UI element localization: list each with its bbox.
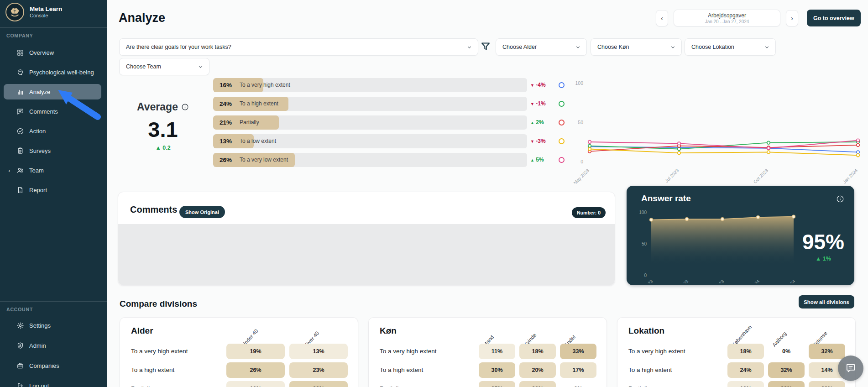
- sidebar-item-label: Team: [29, 167, 44, 174]
- sidebar-item-surveys[interactable]: Surveys: [4, 143, 101, 158]
- compare-card-lokation: LokationKøbenhavnAalborgOdenseTo a very …: [617, 317, 856, 387]
- series-ring-marker: [559, 120, 565, 126]
- brand-name: Meta Learn: [30, 5, 62, 13]
- show-all-divisions-button[interactable]: Show all divisions: [799, 295, 854, 309]
- chevron-down-icon: [198, 64, 204, 70]
- value-chip: 32%: [768, 381, 805, 387]
- answer-rate-value-block: 95% ▲ 1%: [802, 230, 844, 262]
- distribution-bar-track: 13%To a low extent: [213, 134, 527, 148]
- comments-empty-area: [118, 224, 615, 285]
- sidebar-item-action[interactable]: Action: [4, 123, 101, 139]
- answer-rate-delta: ▲ 1%: [802, 256, 844, 262]
- chevron-down-icon: [466, 44, 472, 50]
- people-icon: [16, 167, 24, 174]
- chevron-down-icon: [575, 44, 581, 50]
- svg-text:0: 0: [644, 273, 647, 278]
- info-icon[interactable]: [836, 195, 844, 203]
- sidebar-item-settings[interactable]: Settings: [4, 318, 101, 333]
- sidebar-item-log-out[interactable]: Log out: [4, 378, 101, 387]
- sidebar-item-label: Psychological well-being: [29, 69, 94, 76]
- filter-icon[interactable]: [480, 41, 491, 52]
- sidebar-item-label: Action: [29, 128, 46, 135]
- sidebar-item-report[interactable]: Report: [4, 182, 101, 198]
- row-label: To a very high extent: [628, 344, 685, 359]
- distribution-bar-label: To a high extent: [240, 97, 278, 111]
- row-label: To a high extent: [131, 362, 174, 378]
- alder-select[interactable]: Choose Alder: [496, 38, 587, 56]
- grid-icon: [16, 49, 24, 57]
- period-controls: ‹ Arbejdsopgaver Jan 20 - Jan 27, 2024 ›…: [656, 10, 861, 26]
- row-label: To a high extent: [380, 362, 423, 378]
- distribution-delta: ▼ -4%: [530, 78, 559, 93]
- comments-title: Comments: [130, 204, 177, 215]
- sidebar-section-account: ACCOUNT: [6, 307, 33, 312]
- sidebar-item-psychological-well-being[interactable]: Psychological well-being: [4, 64, 101, 80]
- average-value: 3.1: [130, 117, 196, 142]
- chevron-right-icon: ›: [8, 167, 10, 174]
- comments-count-badge: Number: 0: [572, 207, 606, 218]
- series-ring-marker: [559, 138, 565, 144]
- info-icon[interactable]: [181, 103, 189, 111]
- comment-icon: [16, 108, 24, 115]
- sidebar-item-admin[interactable]: Admin: [4, 338, 101, 353]
- value-chip: 0%: [560, 381, 596, 387]
- value-chip: 33%: [560, 344, 596, 359]
- svg-text:0: 0: [580, 159, 583, 164]
- period-selector[interactable]: Arbejdsopgaver Jan 20 - Jan 27, 2024: [674, 10, 780, 26]
- sidebar-item-companies[interactable]: Companies: [4, 358, 101, 373]
- sidebar-item-label: Surveys: [29, 147, 51, 154]
- sidebar-item-team[interactable]: ›Team: [4, 162, 101, 178]
- sidebar-item-overview[interactable]: Overview: [4, 45, 101, 60]
- value-chip: 13%: [727, 381, 764, 387]
- svg-text:Jan 2024: Jan 2024: [780, 279, 796, 283]
- value-chip: 11%: [479, 344, 515, 359]
- sidebar-item-analyze[interactable]: Analyze: [4, 84, 101, 99]
- sidebar-section-company: COMPANY: [6, 33, 33, 38]
- period-prev-button[interactable]: ‹: [656, 10, 668, 26]
- series-ring-marker: [559, 101, 565, 107]
- value-chip: 0%: [768, 344, 805, 359]
- trend-line-chart: 100500May 2023Jul 2023Oct 2023Jan 2024: [566, 74, 865, 183]
- row-label: Partially: [131, 381, 153, 387]
- sidebar-item-comments[interactable]: Comments: [4, 104, 101, 119]
- compare-card-alder: AlderUnder 40Over 40To a very high exten…: [120, 317, 358, 387]
- triangle-down-icon: ▼: [530, 139, 534, 144]
- value-chip: 17%: [560, 362, 596, 378]
- show-original-button[interactable]: Show Original: [179, 206, 225, 218]
- question-select-value: Are there clear goals for your work task…: [126, 44, 231, 50]
- value-chip: 25%: [479, 381, 515, 387]
- go-to-overview-button[interactable]: Go to overview: [807, 10, 861, 26]
- svg-text:100: 100: [639, 210, 647, 215]
- average-label: Average: [137, 101, 178, 113]
- row-label: Partially: [380, 381, 402, 387]
- value-chip: 24%: [727, 362, 764, 378]
- gender-select[interactable]: Choose Køn: [591, 38, 682, 56]
- distribution-delta: ▲ 5%: [530, 153, 559, 167]
- chevron-down-icon: [764, 44, 770, 50]
- team-select-value: Choose Team: [126, 63, 161, 70]
- row-label: To a very high extent: [131, 344, 188, 359]
- location-select[interactable]: Choose Lokation: [685, 38, 776, 56]
- briefcase-icon: [16, 362, 24, 370]
- brain-logo-icon: [5, 3, 24, 21]
- distribution-bar-track: 16%To a very high extent: [213, 78, 527, 92]
- check-circle-icon: [16, 127, 24, 135]
- row-label: To a very high extent: [380, 344, 437, 359]
- period-next-button[interactable]: ›: [786, 10, 798, 26]
- sidebar-item-label: Companies: [29, 362, 59, 369]
- chat-fab-button[interactable]: [838, 356, 863, 381]
- head-chat-icon: [16, 68, 24, 76]
- distribution-delta: ▼ -1%: [530, 97, 559, 111]
- question-select[interactable]: Are there clear goals for your work task…: [119, 38, 478, 56]
- team-select[interactable]: Choose Team: [119, 58, 209, 75]
- svg-text:100: 100: [575, 80, 583, 86]
- average-block: Average 3.1 ▲ 0.2: [130, 101, 196, 151]
- comments-card: Comments Show Original Number: 0: [118, 192, 615, 286]
- alder-select-value: Choose Alder: [502, 44, 537, 50]
- value-chip: 18%: [727, 344, 764, 359]
- value-chip: 18%: [519, 344, 556, 359]
- sidebar-item-label: Comments: [29, 108, 58, 115]
- distribution-bar-percent: 16%: [220, 78, 232, 92]
- distribution-bar-percent: 26%: [220, 153, 232, 167]
- document-icon: [16, 186, 24, 194]
